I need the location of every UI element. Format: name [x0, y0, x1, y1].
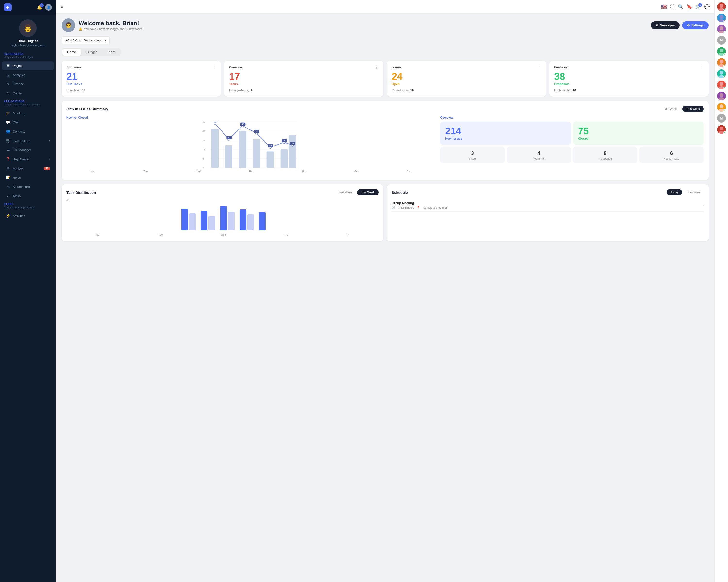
stat-title: Overdue	[229, 65, 242, 69]
line-chart-svg: 45 36 27 18 9 0	[67, 122, 435, 168]
bar-wed: Wed	[221, 233, 226, 236]
profile-avatar: 👨	[19, 20, 37, 37]
rail-avatar-3[interactable]	[717, 25, 726, 33]
svg-point-63	[720, 93, 723, 97]
svg-rect-13	[225, 145, 232, 168]
applications-section: APPLICATIONS Custom made application des…	[0, 98, 56, 108]
rail-avatar-5[interactable]	[717, 58, 726, 67]
search-icon[interactable]: 🔍	[678, 4, 683, 9]
helpcenter-arrow: ›	[49, 158, 50, 161]
notification-bell[interactable]: 🔔 3	[37, 5, 42, 10]
sidebar-item-finance[interactable]: $ Finance	[2, 80, 54, 88]
messages-button[interactable]: ✉ Messages	[651, 21, 680, 29]
tab-team[interactable]: Team	[102, 49, 120, 56]
sidebar-item-ecommerce[interactable]: 🛒 ECommerce ›	[2, 136, 54, 145]
schedule-time: in 32 minutes	[398, 206, 414, 209]
bar-thu: Thu	[284, 233, 288, 236]
sidebar-item-label: Activities	[12, 214, 25, 218]
chat-icon[interactable]: 💬	[704, 4, 709, 9]
stat-card-overdue: Overdue ⋮ 17 Tasks From yesterday: 9	[224, 61, 383, 96]
sidebar-item-mailbox[interactable]: ✉ Mailbox 27	[2, 164, 54, 173]
rail-avatar-7[interactable]	[717, 81, 726, 89]
stat-reopened: 8 Re-opened	[573, 147, 637, 163]
project-selector[interactable]: ACME Corp. Backend App ▾	[62, 36, 110, 45]
sidebar-item-tasks[interactable]: ✓ Tasks	[2, 192, 54, 200]
x-label-tue: Tue	[119, 170, 172, 173]
stat-menu[interactable]: ⋮	[700, 65, 704, 70]
fullscreen-icon[interactable]: ⛶	[670, 4, 675, 9]
svg-point-61	[720, 82, 723, 86]
cart-icon[interactable]: 🛒 5	[696, 4, 701, 9]
sidebar-item-filemanager[interactable]: ☁ File Manager	[2, 145, 54, 154]
hamburger-menu[interactable]: ≡	[61, 4, 63, 9]
online-dot	[723, 20, 726, 22]
stat-menu[interactable]: ⋮	[537, 65, 541, 70]
settings-button[interactable]: ⚙ Settings	[682, 21, 709, 29]
sidebar-item-scrumboard[interactable]: ⊞ Scrumboard	[2, 182, 54, 191]
this-week-btn[interactable]: This Week	[682, 106, 704, 112]
sidebar-item-crypto[interactable]: ⊙ Crypto	[2, 89, 54, 98]
stat-number: 17	[229, 72, 379, 81]
sidebar-item-label: Project	[12, 64, 22, 68]
sidebar-item-contacts[interactable]: 👥 Contacts	[2, 127, 54, 136]
svg-rect-40	[181, 209, 188, 230]
sidebar-item-analytics[interactable]: ◎ Analytics	[2, 71, 54, 79]
svg-text:18: 18	[203, 148, 205, 151]
rail-avatar-6[interactable]	[717, 70, 726, 78]
rail-avatar-m1[interactable]: M	[717, 36, 726, 45]
rail-avatar-9[interactable]	[717, 103, 726, 112]
stat-sub: Closed today: 19	[392, 89, 541, 92]
svg-point-57	[720, 60, 723, 63]
stat-number: 21	[67, 72, 216, 81]
chart-x-labels: Mon Tue Wed Thu Fri Sat Sun	[67, 170, 435, 173]
tomorrow-btn[interactable]: Tomorrow	[683, 189, 704, 195]
task-this-week-btn[interactable]: This Week	[357, 189, 379, 195]
sidebar-item-helpcenter[interactable]: ❓ Help Center ›	[2, 155, 54, 163]
rail-avatar-4[interactable]	[717, 47, 726, 56]
rail-avatar-m2[interactable]: M	[717, 114, 726, 123]
sidebar-item-label: File Manager	[12, 148, 31, 152]
svg-point-65	[720, 104, 723, 108]
sidebar-item-academy[interactable]: 🎓 Academy	[2, 109, 54, 117]
today-btn[interactable]: Today	[667, 189, 682, 195]
bar-mon: Mon	[96, 233, 100, 236]
sidebar-item-project[interactable]: ☰ Project	[2, 61, 54, 70]
bookmark-icon[interactable]: 🔖	[687, 4, 692, 9]
crypto-icon: ⊙	[6, 91, 10, 95]
sidebar-header-icons: 🔔 3 👤	[37, 4, 52, 11]
flag-icon[interactable]: 🇺🇸	[661, 4, 667, 10]
reopened-label: Re-opened	[575, 157, 635, 160]
rail-avatar-8[interactable]	[717, 92, 726, 101]
sidebar-item-chat[interactable]: 💬 Chat	[2, 118, 54, 127]
app-logo[interactable]: ◆	[4, 3, 11, 11]
github-issues-card: Github Issues Summary Last Week This Wee…	[62, 101, 709, 180]
stat-menu[interactable]: ⋮	[375, 65, 379, 70]
rail-avatar-10[interactable]	[717, 125, 726, 134]
chart-sub-label: New vs. Closed	[67, 116, 435, 119]
profile-name: Brian Hughes	[18, 39, 38, 43]
github-title: Github Issues Summary	[67, 107, 108, 111]
rail-avatar-2[interactable]	[717, 13, 726, 22]
bottom-row: Task Distribution Last Week This Week 40	[62, 184, 709, 241]
last-week-btn[interactable]: Last Week	[660, 106, 681, 112]
schedule-arrow[interactable]: ›	[703, 203, 704, 207]
stat-label: Proposals	[554, 82, 704, 86]
tab-home[interactable]: Home	[62, 49, 81, 56]
ecommerce-arrow: ›	[49, 139, 50, 142]
tab-budget[interactable]: Budget	[82, 49, 101, 56]
header-avatar[interactable]: 👤	[45, 4, 52, 11]
mailbox-icon: ✉	[6, 166, 10, 170]
stat-menu[interactable]: ⋮	[212, 65, 216, 70]
chat-icon: 💬	[6, 120, 10, 124]
stat-card-summary: Summary ⋮ 21 Due Tasks Completed: 13	[62, 61, 221, 96]
triage-label: Needs Triage	[641, 157, 702, 160]
svg-rect-12	[211, 129, 219, 168]
welcome-subtext: 🔔 You have 2 new messages and 15 new tas…	[79, 27, 143, 31]
task-last-week-btn[interactable]: Last Week	[335, 189, 356, 195]
new-issues-num: 214	[445, 126, 461, 136]
bar-tue: Tue	[159, 233, 163, 236]
closed-num: 75	[578, 126, 589, 136]
sidebar-item-notes[interactable]: 📝 Notes	[2, 173, 54, 182]
rail-avatar-1[interactable]	[717, 2, 726, 11]
sidebar-item-activities[interactable]: ⚡ Activities	[2, 212, 54, 220]
